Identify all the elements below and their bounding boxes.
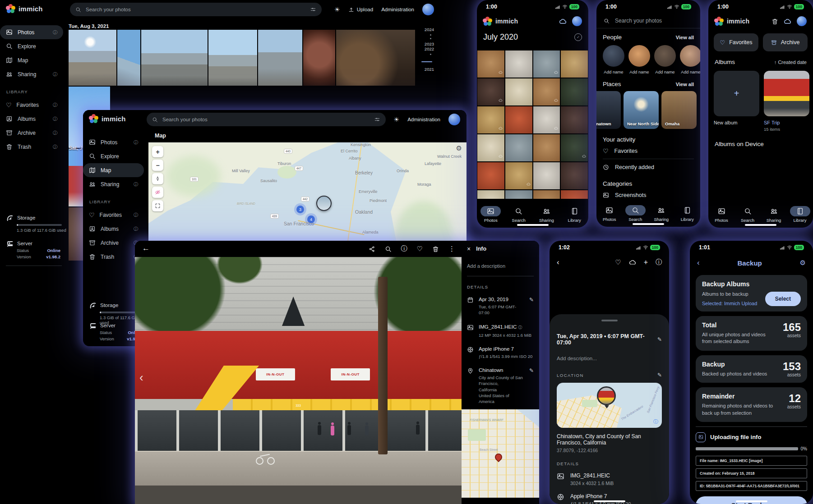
user-avatar[interactable] xyxy=(448,114,460,125)
person-item[interactable]: Add name xyxy=(603,45,624,74)
photo-canvas[interactable]: IN-N-OUT IN-N-OUT 333 ‹ xyxy=(135,257,462,504)
sidebar-item-albums[interactable]: Albumsⓘ xyxy=(83,222,144,236)
photo-thumbnail[interactable] xyxy=(477,134,504,161)
immich-logo[interactable]: immich xyxy=(89,114,126,123)
edit-date-icon[interactable]: ✎ xyxy=(529,297,534,316)
zoom-in-button[interactable]: + xyxy=(152,146,163,157)
sidebar-item-albums[interactable]: Albumsⓘ xyxy=(0,112,63,126)
photo-thumbnail[interactable] xyxy=(117,30,140,86)
sidebar-item-sharing[interactable]: Sharingⓘ xyxy=(0,67,63,81)
sidebar-item-explore[interactable]: Explore xyxy=(83,149,144,163)
select-button[interactable]: Select xyxy=(765,292,801,306)
search-input[interactable]: Search your photos xyxy=(147,113,386,126)
photo-thumbnail[interactable] xyxy=(533,190,560,199)
description-field[interactable]: Add description... xyxy=(557,356,662,361)
photo-thumbnail[interactable] xyxy=(477,106,504,133)
photo-thumbnail[interactable] xyxy=(69,30,116,86)
photo-thumbnail[interactable] xyxy=(505,134,532,161)
sidebar-item-favorites[interactable]: ♡ Favoritesⓘ xyxy=(0,98,63,112)
info-icon[interactable]: ⓘ xyxy=(53,71,57,78)
back-arrow-icon[interactable]: ← xyxy=(142,244,150,253)
nav-library[interactable]: Library xyxy=(787,206,813,223)
nav-library[interactable]: Library xyxy=(560,206,588,223)
cloud-sync-icon[interactable] xyxy=(784,18,791,25)
info-icon[interactable]: ⓘ xyxy=(134,181,138,188)
nav-library[interactable]: Library xyxy=(674,205,701,222)
info-icon[interactable]: ⓘ xyxy=(53,29,57,36)
photo-thumbnail[interactable] xyxy=(208,30,257,86)
fullscreen-button[interactable] xyxy=(152,200,163,211)
photo-thumbnail[interactable] xyxy=(561,106,588,133)
nav-search[interactable]: Search xyxy=(505,206,533,223)
photo-thumbnail[interactable] xyxy=(258,30,302,86)
cloud-sync-icon[interactable] xyxy=(559,18,567,25)
photo-thumbnail[interactable] xyxy=(561,134,588,161)
view-all-link[interactable]: View all xyxy=(676,35,694,40)
nav-sharing[interactable]: Sharing xyxy=(648,205,674,222)
person-item[interactable]: Add name xyxy=(654,45,676,74)
photo-thumbnail[interactable] xyxy=(533,106,560,133)
photo-thumbnail[interactable] xyxy=(533,162,560,189)
place-card[interactable]: Near North Side xyxy=(624,91,659,129)
info-icon[interactable]: ⓘ xyxy=(134,226,138,232)
theme-toggle-icon[interactable]: ☀ xyxy=(334,6,340,13)
edit-location-icon[interactable]: ✎ xyxy=(657,372,662,378)
place-card[interactable]: Omaha xyxy=(661,91,697,129)
location-map-card[interactable]: The Embarcadero San Francisco Ferry ⓘ xyxy=(557,383,662,428)
photo-thumbnail[interactable] xyxy=(336,30,415,86)
filter-sliders-icon[interactable] xyxy=(374,116,380,123)
view-all-link[interactable]: View all xyxy=(676,82,694,87)
info-icon[interactable]: ⓘ xyxy=(401,245,407,253)
nav-photos[interactable]: Photos xyxy=(477,206,505,223)
person-item[interactable]: Add name xyxy=(680,45,700,74)
share-icon[interactable] xyxy=(369,246,375,252)
theme-toggle-icon[interactable]: ☀ xyxy=(394,116,400,123)
photo-thumbnail[interactable] xyxy=(533,78,560,105)
info-icon[interactable]: ⓘ xyxy=(53,116,57,122)
photo-thumbnail[interactable] xyxy=(533,134,560,161)
photo-thumbnail[interactable] xyxy=(477,190,504,199)
photo-thumbnail[interactable] xyxy=(533,50,560,78)
previous-photo-chevron[interactable]: ‹ xyxy=(139,371,143,385)
archive-button[interactable]: Archive xyxy=(763,33,808,51)
photo-thumbnail[interactable] xyxy=(477,162,504,189)
photo-thumbnail[interactable] xyxy=(505,50,532,78)
photo-thumbnail[interactable] xyxy=(561,50,588,78)
nav-sharing[interactable]: Sharing xyxy=(761,206,787,223)
filter-sliders-icon[interactable] xyxy=(310,6,316,13)
favorites-button[interactable]: ♡ Favorites xyxy=(714,33,758,51)
user-avatar[interactable] xyxy=(572,16,582,26)
photo-thumbnail[interactable] xyxy=(477,78,504,105)
photo-thumbnail[interactable] xyxy=(505,190,532,199)
search-input[interactable]: Search your photos xyxy=(596,14,700,28)
zoom-icon[interactable] xyxy=(385,246,392,252)
administration-link[interactable]: Administration xyxy=(381,7,414,12)
edit-date-icon[interactable]: ✎ xyxy=(657,336,662,343)
info-icon[interactable]: ⓘ xyxy=(53,130,57,136)
sidebar-item-explore[interactable]: Explore xyxy=(0,39,63,53)
nav-sharing[interactable]: Sharing xyxy=(533,206,561,223)
person-item[interactable]: Add name xyxy=(628,45,650,74)
settings-gear-icon[interactable]: ⚙ xyxy=(800,259,806,267)
description-field[interactable]: Add a description xyxy=(467,263,534,269)
screenshots-row[interactable]: Screenshots xyxy=(603,187,694,203)
info-icon[interactable]: ⓘ xyxy=(656,258,662,266)
user-avatar[interactable] xyxy=(422,4,434,15)
nav-search[interactable]: Search xyxy=(734,206,761,223)
map-info-icon[interactable]: ⓘ xyxy=(653,418,658,425)
info-icon[interactable]: ⓘ xyxy=(518,325,522,330)
photo-thumbnail[interactable] xyxy=(141,30,208,86)
info-icon[interactable]: ⓘ xyxy=(53,144,57,150)
close-icon[interactable]: × xyxy=(467,245,471,252)
delete-ic[interactable] xyxy=(432,246,439,252)
user-avatar[interactable] xyxy=(797,16,807,26)
zoom-out-button[interactable]: − xyxy=(152,160,163,171)
add-to-icon[interactable]: + xyxy=(644,258,648,266)
place-card[interactable]: Chinatown xyxy=(596,91,621,129)
edit-location-icon[interactable]: ✎ xyxy=(529,367,534,404)
sidebar-item-photos[interactable]: Photosⓘ xyxy=(83,135,144,149)
sidebar-item-trash[interactable]: Trashⓘ xyxy=(0,140,63,154)
cloud-download-icon[interactable] xyxy=(629,259,636,266)
sidebar-item-sharing[interactable]: Sharingⓘ xyxy=(83,177,144,191)
drag-handle[interactable] xyxy=(601,320,618,321)
